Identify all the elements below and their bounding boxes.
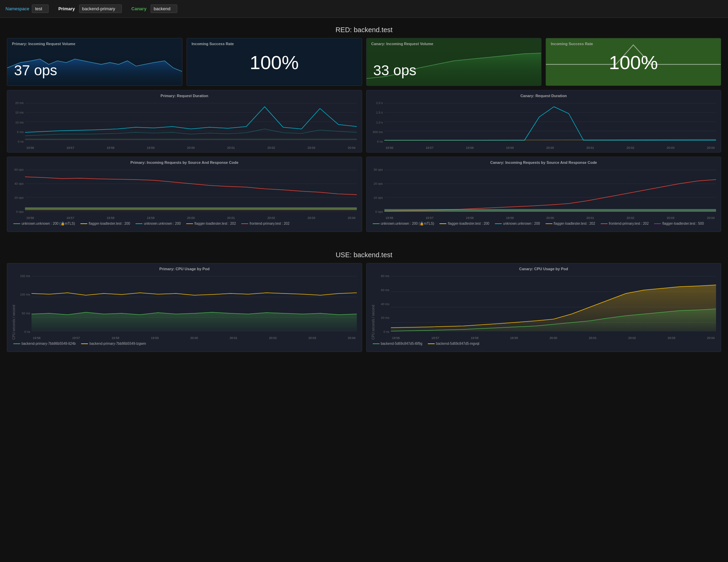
canary-request-volume-panel: Canary: Incoming Request Volume 33 ops: [366, 38, 542, 86]
canary-duration-title: Canary: Request Duration: [371, 94, 716, 98]
navbar: Namespace test Primary backend-primary C…: [0, 0, 728, 18]
cpu-panels-row: Primary: CPU Usage by Pod CPU seconds / …: [7, 263, 721, 352]
primary-sr-value: 100%: [250, 51, 299, 74]
canary-rv-value: 33 ops: [373, 62, 417, 79]
canary-cpu-panel: Canary: CPU Usage by Pod CPU seconds / s…: [366, 263, 721, 352]
pcpu-legend-yellow: [81, 343, 88, 344]
ccpu-legend-green: [373, 343, 380, 344]
primary-duration-chart: 19:56 19:57 19:58 19:59 20:00 20:01 20:0…: [25, 100, 357, 149]
canary-duration-yaxis: 2.0 s 1.5 s 1.0 s 500 ms 0 ns: [371, 100, 384, 149]
primary-duration-xaxis: 19:56 19:57 19:58 19:59 20:00 20:01 20:0…: [25, 145, 357, 149]
canary-legend-yellow: [439, 223, 446, 224]
primary-cpu-chart-area: CPU seconds / second 150 ms 100 ms 50 ms…: [12, 273, 357, 340]
canary-duration-xaxis: 19:56 19:57 19:58 19:59 20:00 20:01 20:0…: [384, 145, 716, 149]
canary-cpu-chart: 19:56 19:57 19:58 19:59 20:00 20:01 20:0…: [391, 273, 716, 340]
primary-success-rate-panel: Incoming Success Rate 100%: [187, 38, 362, 86]
red-section: RED: backend.test Primary: Incoming Requ…: [0, 18, 728, 243]
canary-by-code-panel: Canary: Incoming Requests by Source And …: [366, 157, 721, 232]
canary-sr-title: Incoming Success Rate: [551, 42, 593, 46]
by-code-panels-row: Primary: Incoming Requests by Source And…: [7, 157, 721, 232]
canary-duration-chart: 19:56 19:57 19:58 19:59 20:00 20:01 20:0…: [384, 100, 716, 149]
legend-orange-line: [186, 223, 193, 224]
primary-duration-title: Primary: Request Duration: [12, 94, 357, 98]
stat-panels-row: Primary: Incoming Request Volume 37 ops …: [7, 38, 721, 86]
deployment-select[interactable]: backend-primary: [79, 4, 122, 13]
duration-panels-row: Primary: Request Duration 20 ms 15 ms 10…: [7, 90, 721, 153]
primary-rv-title: Primary: Incoming Request Volume: [12, 42, 75, 46]
canary-by-code-xaxis: 19:56 19:57 19:58 19:59 20:00 20:01 20:0…: [384, 215, 716, 220]
canary-cpu-title: Canary: CPU Usage by Pod: [371, 267, 716, 271]
primary-cpu-yrotated: CPU seconds / second: [12, 273, 16, 340]
primary-by-code-chart: 19:56 19:57 19:58 19:59 20:00 20:01 20:0…: [25, 167, 357, 220]
svg-marker-22: [31, 312, 357, 331]
legend-red-line: [241, 223, 248, 224]
primary-cpu-legend: backend-primary-7bb86b5549-lt24b backend…: [12, 340, 357, 346]
use-section-title: USE: backend.test: [7, 243, 721, 263]
canary-legend-cyan: [495, 223, 502, 224]
canary-duration-panel: Canary: Request Duration 2.0 s 1.5 s 1.0…: [366, 90, 721, 153]
canary-by-code-yaxis: 30 ops 20 ops 10 ops 0 ops: [371, 167, 384, 220]
primary-by-code-title: Primary: Incoming Requests by Source And…: [12, 160, 357, 165]
red-section-title: RED: backend.test: [7, 18, 721, 38]
canary-by-code-title: Canary: Incoming Requests by Source And …: [371, 160, 716, 165]
canary-cpu-chart-area: CPU seconds / second 80 ms 60 ms 40 ms 2…: [371, 273, 716, 340]
canary-legend-orange: [546, 223, 552, 224]
primary-by-code-panel: Primary: Incoming Requests by Source And…: [7, 157, 362, 232]
primary-request-volume-panel: Primary: Incoming Request Volume 37 ops: [7, 38, 182, 86]
canary-success-rate-panel: Incoming Success Rate 100%: [546, 38, 721, 86]
primary-duration-panel: Primary: Request Duration 20 ms 15 ms 10…: [7, 90, 362, 153]
canary-by-code-chart: 19:56 19:57 19:58 19:59 20:00 20:01 20:0…: [384, 167, 716, 220]
primary-cpu-chart: 19:56 19:57 19:58 19:59 20:00 20:01 20:0…: [31, 273, 357, 340]
ccpu-legend-yellow: [428, 343, 435, 344]
primary-cpu-panel: Primary: CPU Usage by Pod CPU seconds / …: [7, 263, 362, 352]
canary-rv-title: Canary: Incoming Request Volume: [371, 42, 433, 46]
use-section: USE: backend.test Primary: CPU Usage by …: [0, 243, 728, 363]
canary-button[interactable]: Canary: [127, 4, 151, 13]
legend-green-line: [13, 223, 20, 224]
legend-yellow-line: [80, 223, 87, 224]
namespace-label: Namespace: [5, 6, 29, 11]
canary-legend-green: [373, 223, 380, 224]
backend-select[interactable]: backend: [151, 4, 177, 13]
canary-legend-red: [601, 223, 608, 224]
canary-by-code-legend: unknown.unknown : 200 (🔒mTLS) flagger-lo…: [371, 220, 716, 226]
namespace-select[interactable]: test: [32, 4, 49, 13]
primary-button[interactable]: Primary: [54, 4, 79, 13]
canary-legend-purple: [654, 223, 661, 224]
primary-cpu-yaxis: 150 ms 100 ms 50 ms 0 ns: [17, 273, 31, 340]
primary-rv-value: 37 ops: [14, 62, 57, 79]
primary-by-code-yaxis: 60 ops 40 ops 20 ops 0 ops: [12, 167, 25, 220]
primary-sr-title: Incoming Success Rate: [192, 42, 234, 46]
primary-by-code-legend: unknown.unknown : 200 (🔒mTLS) flagger-lo…: [12, 220, 357, 226]
legend-cyan-line: [136, 223, 142, 224]
canary-cpu-legend: backend-5d69c847d5-l6f9g backend-5d69c84…: [371, 340, 716, 346]
canary-cpu-yrotated: CPU seconds / second: [371, 273, 375, 340]
primary-duration-yaxis: 20 ms 15 ms 10 ms 5 ms 0 ns: [12, 100, 25, 149]
canary-cpu-xaxis: 19:56 19:57 19:58 19:59 20:00 20:01 20:0…: [391, 336, 716, 340]
canary-cpu-yaxis: 80 ms 60 ms 40 ms 20 ms 0 ns: [376, 273, 391, 340]
primary-cpu-title: Primary: CPU Usage by Pod: [12, 267, 357, 271]
primary-by-code-xaxis: 19:56 19:57 19:58 19:59 20:00 20:01 20:0…: [25, 215, 357, 220]
primary-cpu-xaxis: 19:56 19:57 19:58 19:59 20:00 20:01 20:0…: [31, 336, 357, 340]
pcpu-legend-green: [13, 343, 20, 344]
